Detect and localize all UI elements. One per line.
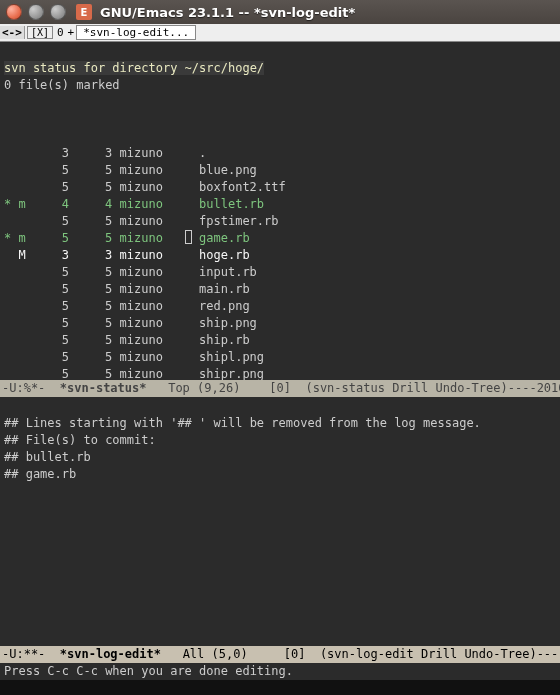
row-rev2: 5: [69, 162, 112, 179]
row-rev1: 5: [33, 162, 69, 179]
tabbar-checkbox[interactable]: [X]: [27, 26, 53, 39]
row-flag: [4, 332, 33, 349]
row-flag: [4, 281, 33, 298]
row-rev2: 5: [69, 349, 112, 366]
row-flag: [4, 298, 33, 315]
row-flag: [4, 315, 33, 332]
row-gap: [177, 349, 199, 366]
row-file: .: [199, 145, 206, 162]
window-titlebar: E GNU/Emacs 23.1.1 -- *svn-log-edit*: [0, 0, 560, 24]
log-line: ## File(s) to commit:: [4, 432, 560, 449]
minimize-icon[interactable]: [28, 4, 44, 20]
row-rev2: 4: [69, 196, 112, 213]
row-file: red.png: [199, 298, 250, 315]
modeline-svn-log-edit: -U:**- *svn-log-edit* All (5,0) [0] (svn…: [0, 646, 560, 663]
row-flag: [4, 145, 33, 162]
echo-area: Press C-c C-c when you are done editing.: [0, 663, 560, 680]
modeline-svn-status: -U:%*- *svn-status* Top (9,26) [0] (svn-…: [0, 380, 560, 397]
row-rev1: 5: [33, 230, 69, 247]
row-rev2: 5: [69, 281, 112, 298]
row-flag: [4, 213, 33, 230]
row-gap: [177, 213, 199, 230]
row-rev1: 5: [33, 264, 69, 281]
status-row[interactable]: * m 44mizuno bullet.rb: [4, 196, 560, 213]
svn-status-buffer[interactable]: svn status for directory ~/src/hoge/ 0 f…: [0, 42, 560, 380]
row-rev2: 5: [69, 230, 112, 247]
row-file: hoge.rb: [199, 247, 250, 264]
row-flag: [4, 162, 33, 179]
row-rev1: 5: [33, 366, 69, 380]
row-file: shipl.png: [199, 349, 264, 366]
tabbar-arrows[interactable]: <->: [0, 26, 25, 39]
status-row[interactable]: 33mizuno .: [4, 145, 560, 162]
close-icon[interactable]: [6, 4, 22, 20]
row-gap: [177, 298, 199, 315]
row-file: ship.png: [199, 315, 257, 332]
row-flag: [4, 264, 33, 281]
emacs-tabbar: <-> [X] 0 + *svn-log-edit...: [0, 24, 560, 42]
row-rev2: 5: [69, 213, 112, 230]
tabbar-tab[interactable]: *svn-log-edit...: [76, 25, 196, 40]
status-row[interactable]: * m 55mizunogame.rb: [4, 230, 560, 247]
row-user: mizuno: [112, 281, 177, 298]
row-rev2: 5: [69, 298, 112, 315]
row-flag: [4, 179, 33, 196]
row-user: mizuno: [112, 145, 177, 162]
row-gap: [177, 264, 199, 281]
row-gap: [177, 196, 199, 213]
row-file: boxfont2.ttf: [199, 179, 286, 196]
row-rev1: 5: [33, 298, 69, 315]
row-rev1: 5: [33, 315, 69, 332]
row-user: mizuno: [112, 196, 177, 213]
point-cursor: [185, 230, 192, 244]
row-flag: M: [4, 247, 33, 264]
status-row[interactable]: 55mizuno blue.png: [4, 162, 560, 179]
row-gap: [177, 332, 199, 349]
log-line: ## bullet.rb: [4, 449, 560, 466]
row-user: mizuno: [112, 247, 177, 264]
row-user: mizuno: [112, 366, 177, 380]
row-gap: [177, 179, 199, 196]
row-rev2: 5: [69, 264, 112, 281]
row-file: fpstimer.rb: [199, 213, 278, 230]
row-rev1: 5: [33, 281, 69, 298]
row-rev1: 4: [33, 196, 69, 213]
row-gap: [177, 281, 199, 298]
tabbar-plus-icon[interactable]: +: [66, 26, 77, 39]
status-row[interactable]: 55mizuno shipr.png: [4, 366, 560, 380]
row-user: mizuno: [112, 213, 177, 230]
status-row[interactable]: 55mizuno main.rb: [4, 281, 560, 298]
row-gap: [177, 315, 199, 332]
status-row[interactable]: 55mizuno red.png: [4, 298, 560, 315]
row-file: blue.png: [199, 162, 257, 179]
row-rev1: 5: [33, 349, 69, 366]
row-rev2: 3: [69, 145, 112, 162]
row-gap: [177, 230, 199, 247]
status-row[interactable]: 55mizuno ship.png: [4, 315, 560, 332]
svn-log-edit-buffer[interactable]: ## Lines starting with '## ' will be rem…: [0, 397, 560, 646]
status-row[interactable]: M 33mizuno hoge.rb: [4, 247, 560, 264]
status-row[interactable]: 55mizuno shipl.png: [4, 349, 560, 366]
row-rev1: 5: [33, 179, 69, 196]
row-gap: [177, 366, 199, 380]
row-user: mizuno: [112, 349, 177, 366]
row-flag: [4, 366, 33, 380]
row-rev1: 3: [33, 145, 69, 162]
status-row[interactable]: 55mizuno fpstimer.rb: [4, 213, 560, 230]
row-rev1: 3: [33, 247, 69, 264]
row-file: main.rb: [199, 281, 250, 298]
row-user: mizuno: [112, 332, 177, 349]
window-title: GNU/Emacs 23.1.1 -- *svn-log-edit*: [100, 5, 355, 20]
status-marked-count: 0 file(s) marked: [4, 77, 560, 94]
status-row[interactable]: 55mizuno ship.rb: [4, 332, 560, 349]
row-user: mizuno: [112, 298, 177, 315]
row-rev2: 5: [69, 315, 112, 332]
status-header: svn status for directory ~/src/hoge/: [4, 61, 264, 75]
status-row[interactable]: 55mizuno boxfont2.ttf: [4, 179, 560, 196]
row-gap: [177, 145, 199, 162]
row-file: game.rb: [199, 230, 250, 247]
status-row[interactable]: 55mizuno input.rb: [4, 264, 560, 281]
maximize-icon[interactable]: [50, 4, 66, 20]
row-rev1: 5: [33, 213, 69, 230]
row-flag: * m: [4, 230, 33, 247]
